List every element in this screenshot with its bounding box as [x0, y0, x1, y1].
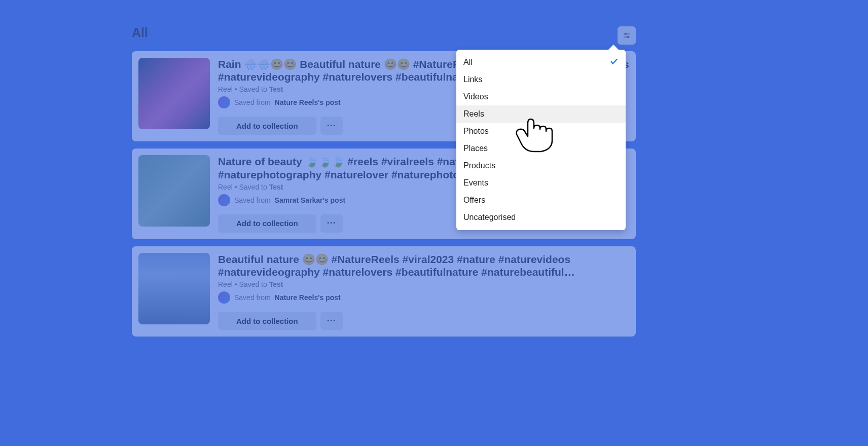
page-title: All	[132, 25, 636, 40]
filter-option-places[interactable]: Places	[456, 140, 626, 157]
meta-collection[interactable]: Test	[269, 183, 283, 191]
avatar[interactable]	[218, 194, 230, 206]
item-title[interactable]: Beautiful nature 😊😊 #NatureReels #viral2…	[218, 253, 629, 278]
add-to-collection-button[interactable]: Add to collection	[218, 312, 316, 330]
avatar[interactable]	[218, 96, 230, 108]
card-content: Beautiful nature 😊😊 #NatureReels #viral2…	[218, 253, 629, 330]
check-icon	[609, 57, 619, 68]
filter-option-uncategorised[interactable]: Uncategorised	[456, 209, 626, 226]
filter-option-reels[interactable]: Reels	[456, 105, 626, 123]
meta-saved: Saved to	[239, 85, 267, 93]
more-button[interactable]: ···	[320, 312, 343, 330]
byline: Saved from Nature Reels's post	[218, 291, 629, 304]
item-meta: Reel • Saved to Test	[218, 280, 629, 288]
saved-from-label: Saved from	[234, 293, 271, 302]
meta-type: Reel	[218, 280, 233, 288]
meta-type: Reel	[218, 85, 233, 93]
more-button[interactable]: ···	[320, 117, 343, 135]
saved-item-card[interactable]: Beautiful nature 😊😊 #NatureReels #viral2…	[132, 246, 636, 337]
avatar[interactable]	[218, 291, 230, 304]
more-button[interactable]: ···	[320, 214, 343, 233]
saved-from-who[interactable]: Nature Reels's post	[275, 98, 341, 106]
saved-from-who[interactable]: Samrat Sarkar's post	[275, 196, 346, 204]
filter-button[interactable]	[618, 26, 636, 45]
filter-option-all[interactable]: All	[456, 54, 626, 71]
filter-option-events[interactable]: Events	[456, 174, 626, 192]
meta-collection[interactable]: Test	[269, 280, 283, 288]
filter-option-photos[interactable]: Photos	[456, 123, 626, 140]
filter-option-links[interactable]: Links	[456, 71, 626, 88]
thumbnail	[138, 253, 210, 324]
sliders-icon	[622, 31, 631, 40]
meta-saved: Saved to	[239, 183, 267, 191]
meta-type: Reel	[218, 183, 233, 191]
thumbnail	[138, 58, 210, 129]
filter-option-videos[interactable]: Videos	[456, 88, 626, 105]
filter-option-offers[interactable]: Offers	[456, 192, 626, 209]
meta-saved: Saved to	[239, 280, 267, 288]
meta-collection[interactable]: Test	[269, 85, 283, 93]
saved-from-who[interactable]: Nature Reels's post	[275, 293, 341, 302]
saved-from-label: Saved from	[234, 196, 271, 204]
actions-row: Add to collection ···	[218, 312, 629, 330]
filter-option-products[interactable]: Products	[456, 157, 626, 174]
filter-dropdown: AllLinksVideosReelsPhotosPlacesProductsE…	[456, 50, 626, 230]
add-to-collection-button[interactable]: Add to collection	[218, 214, 316, 233]
saved-from-label: Saved from	[234, 98, 271, 106]
add-to-collection-button[interactable]: Add to collection	[218, 117, 316, 135]
thumbnail	[138, 155, 210, 227]
